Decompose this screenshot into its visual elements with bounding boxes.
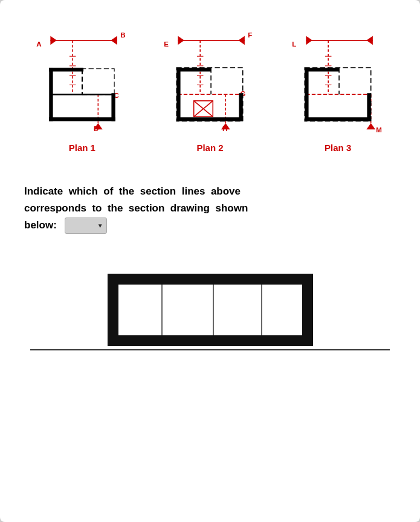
svg-rect-70 [108, 274, 313, 285]
select-container[interactable]: A-B C-D E-F G-H L-M [65, 218, 107, 234]
svg-text:E: E [164, 40, 169, 48]
plan1-label: Plan 1 [69, 143, 95, 153]
svg-marker-62 [367, 123, 376, 130]
svg-text:A: A [36, 40, 42, 48]
section-drawing-svg [102, 271, 319, 361]
svg-rect-64 [305, 68, 308, 121]
svg-text:L: L [292, 40, 296, 48]
svg-text:M: M [376, 126, 382, 134]
plan2-container: E F G H [155, 18, 264, 153]
svg-rect-21 [49, 68, 53, 121]
svg-text:B: B [120, 31, 125, 39]
svg-rect-2 [82, 69, 114, 94]
svg-rect-46 [239, 93, 243, 121]
plan1-container: A B C D [28, 18, 137, 153]
svg-rect-47 [177, 68, 212, 71]
svg-rect-73 [108, 335, 313, 346]
svg-rect-23 [111, 93, 115, 121]
svg-rect-20 [50, 94, 114, 120]
ground-line [30, 349, 390, 350]
dropdown-wrapper[interactable]: A-B C-D E-F G-H L-M [65, 218, 107, 234]
plans-row: A B C D [18, 12, 402, 153]
svg-rect-66 [367, 93, 371, 121]
svg-rect-65 [305, 117, 370, 121]
question-section: Indicate which of the section lines abov… [18, 183, 402, 234]
plan2-label: Plan 2 [196, 143, 223, 153]
plan2-svg: E F G H [155, 18, 264, 139]
svg-text:F: F [248, 31, 253, 39]
answer-dropdown[interactable]: A-B C-D E-F G-H L-M [65, 218, 107, 234]
svg-rect-24 [49, 68, 83, 71]
page: A B C D [0, 0, 420, 522]
plan3-svg: L M [283, 18, 392, 139]
plan3-label: Plan 3 [325, 143, 351, 153]
svg-rect-45 [177, 117, 243, 121]
svg-rect-22 [49, 117, 115, 121]
plan1-svg: A B C D [28, 18, 137, 139]
section-drawing-area [18, 265, 402, 361]
svg-rect-67 [305, 68, 339, 71]
plan3-container: L M Plan 3 [283, 18, 392, 153]
svg-rect-44 [177, 68, 181, 121]
question-text: Indicate which of the section lines abov… [24, 183, 396, 234]
